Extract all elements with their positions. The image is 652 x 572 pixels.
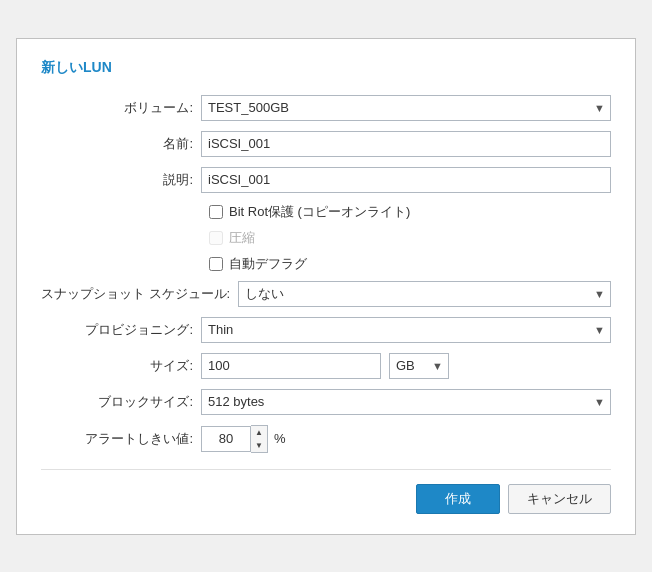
alert-spinner-down[interactable]: ▼ <box>251 439 267 452</box>
alert-spinner-up[interactable]: ▲ <box>251 426 267 439</box>
name-input[interactable] <box>201 131 611 157</box>
dialog-title: 新しいLUN <box>41 59 611 77</box>
name-row: 名前: <box>41 131 611 157</box>
compression-label: 圧縮 <box>229 229 255 247</box>
alert-input-wrapper: ▲ ▼ % <box>201 425 286 453</box>
description-input[interactable] <box>201 167 611 193</box>
new-lun-dialog: 新しいLUN ボリューム: TEST_500GB ▼ 名前: 説明: Bit R… <box>16 38 636 535</box>
size-unit-select[interactable]: GB <box>389 353 449 379</box>
compression-row: 圧縮 <box>209 229 611 247</box>
size-row: サイズ: GB ▼ <box>41 353 611 379</box>
name-label: 名前: <box>41 135 201 153</box>
snapshot-select[interactable]: しない <box>238 281 611 307</box>
snapshot-label: スナップショット スケジュール: <box>41 285 238 303</box>
compression-checkbox <box>209 231 223 245</box>
alert-percent-label: % <box>274 431 286 446</box>
alert-spinner: ▲ ▼ <box>251 425 268 453</box>
defrag-checkbox[interactable] <box>209 257 223 271</box>
volume-label: ボリューム: <box>41 99 201 117</box>
size-input[interactable] <box>201 353 381 379</box>
blocksize-select[interactable]: 512 bytes <box>201 389 611 415</box>
alert-label: アラートしきい値: <box>41 430 201 448</box>
defrag-row: 自動デフラグ <box>209 255 611 273</box>
provisioning-select-wrapper: Thin ▼ <box>201 317 611 343</box>
bitrot-checkbox[interactable] <box>209 205 223 219</box>
provisioning-select[interactable]: Thin <box>201 317 611 343</box>
snapshot-select-wrapper: しない ▼ <box>238 281 611 307</box>
blocksize-label: ブロックサイズ: <box>41 393 201 411</box>
blocksize-select-wrapper: 512 bytes ▼ <box>201 389 611 415</box>
volume-select[interactable]: TEST_500GB <box>201 95 611 121</box>
alert-row: アラートしきい値: ▲ ▼ % <box>41 425 611 453</box>
button-row: 作成 キャンセル <box>41 484 611 514</box>
dialog-divider <box>41 469 611 470</box>
volume-row: ボリューム: TEST_500GB ▼ <box>41 95 611 121</box>
bitrot-row: Bit Rot保護 (コピーオンライト) <box>209 203 611 221</box>
defrag-label[interactable]: 自動デフラグ <box>229 255 307 273</box>
provisioning-row: プロビジョニング: Thin ▼ <box>41 317 611 343</box>
alert-input[interactable] <box>201 426 251 452</box>
cancel-button[interactable]: キャンセル <box>508 484 611 514</box>
size-label: サイズ: <box>41 357 201 375</box>
bitrot-label[interactable]: Bit Rot保護 (コピーオンライト) <box>229 203 410 221</box>
description-row: 説明: <box>41 167 611 193</box>
provisioning-label: プロビジョニング: <box>41 321 201 339</box>
snapshot-row: スナップショット スケジュール: しない ▼ <box>41 281 611 307</box>
blocksize-row: ブロックサイズ: 512 bytes ▼ <box>41 389 611 415</box>
size-unit-wrapper: GB ▼ <box>389 353 449 379</box>
description-label: 説明: <box>41 171 201 189</box>
volume-select-wrapper: TEST_500GB ▼ <box>201 95 611 121</box>
create-button[interactable]: 作成 <box>416 484 500 514</box>
